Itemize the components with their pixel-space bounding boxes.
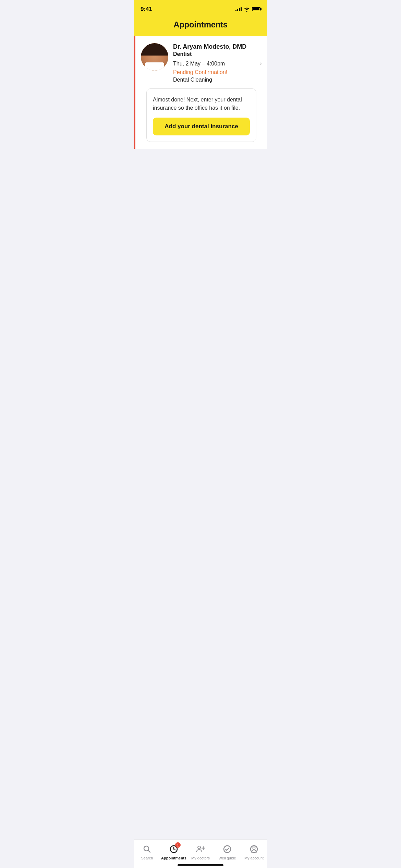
doctor-row: Dr. Aryam Modesto, DMD Dentist Thu, 2 Ma… [141, 43, 262, 83]
status-bar: 9:41 [134, 0, 267, 16]
doctor-specialty: Dentist [173, 51, 262, 57]
insurance-card: Almost done! Next, enter your dental ins… [146, 88, 256, 142]
appointment-type: Dental Cleaning [173, 77, 262, 83]
appointment-card[interactable]: Dr. Aryam Modesto, DMD Dentist Thu, 2 Ma… [134, 36, 267, 149]
chevron-right-icon: › [260, 60, 262, 67]
status-icons [235, 7, 260, 12]
battery-icon [252, 7, 260, 11]
doctor-info: Dr. Aryam Modesto, DMD Dentist Thu, 2 Ma… [173, 43, 262, 83]
add-dental-insurance-button[interactable]: Add your dental insurance [153, 118, 250, 135]
signal-icon [235, 7, 242, 11]
doctor-name: Dr. Aryam Modesto, DMD [173, 43, 262, 50]
wifi-icon [244, 7, 250, 12]
page-title: Appointments [141, 20, 260, 29]
page-header: Appointments [134, 16, 267, 36]
status-time: 9:41 [141, 6, 152, 13]
insurance-message: Almost done! Next, enter your dental ins… [153, 96, 250, 112]
main-content: Dr. Aryam Modesto, DMD Dentist Thu, 2 Ma… [134, 36, 267, 260]
appointment-time-row: Thu, 2 May – 4:00pm › [173, 60, 262, 67]
appointment-status: Pending Confirmation! [173, 69, 262, 75]
avatar [141, 43, 168, 71]
appointment-time: Thu, 2 May – 4:00pm [173, 61, 225, 67]
